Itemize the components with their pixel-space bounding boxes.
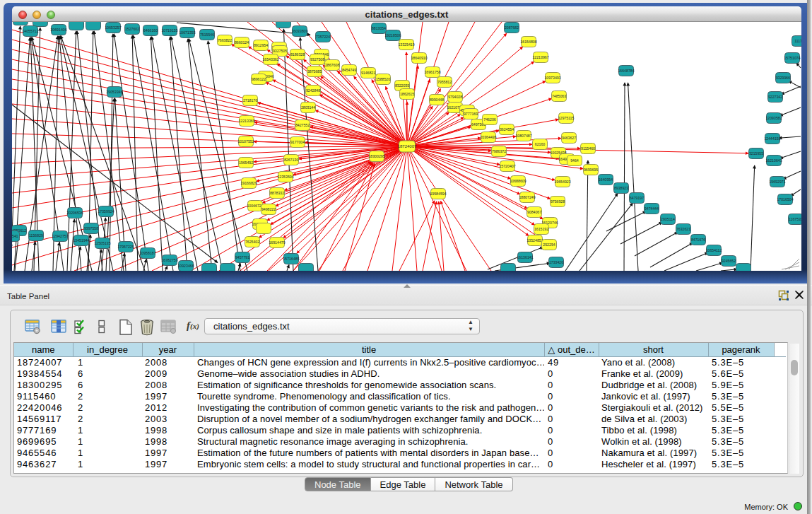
svg-text:10973493: 10973493 bbox=[544, 76, 560, 80]
svg-text:17016504: 17016504 bbox=[777, 197, 793, 201]
svg-text:7955812: 7955812 bbox=[437, 80, 452, 84]
svg-text:12505135: 12505135 bbox=[94, 241, 110, 245]
svg-text:12975115: 12975115 bbox=[558, 116, 575, 120]
svg-text:18724007: 18724007 bbox=[398, 144, 417, 148]
svg-text:9457791: 9457791 bbox=[235, 255, 249, 259]
svg-text:9242848: 9242848 bbox=[306, 88, 320, 93]
svg-text:6479197: 6479197 bbox=[630, 196, 644, 200]
svg-text:12213369: 12213369 bbox=[238, 119, 254, 123]
svg-text:16782759: 16782759 bbox=[161, 258, 177, 262]
svg-text:13524851: 13524851 bbox=[526, 238, 543, 243]
svg-text:7625402: 7625402 bbox=[245, 240, 259, 244]
svg-text:9464: 9464 bbox=[570, 158, 579, 163]
svg-text:16033809: 16033809 bbox=[291, 29, 307, 33]
svg-text:2803144: 2803144 bbox=[301, 105, 315, 110]
svg-text:9227342: 9227342 bbox=[768, 95, 782, 99]
svg-text:14055712: 14055712 bbox=[22, 29, 38, 33]
svg-text:16914479: 16914479 bbox=[269, 240, 285, 245]
svg-text:15751074: 15751074 bbox=[784, 56, 800, 60]
svg-text:2935114: 2935114 bbox=[661, 217, 675, 221]
svg-text:2867608: 2867608 bbox=[325, 63, 339, 67]
svg-text:9084067: 9084067 bbox=[527, 210, 541, 214]
svg-text:16210643: 16210643 bbox=[765, 158, 782, 163]
svg-text:10671355: 10671355 bbox=[179, 30, 195, 35]
svg-text:8471676: 8471676 bbox=[691, 238, 705, 242]
svg-text:19692971: 19692971 bbox=[769, 180, 785, 184]
svg-text:12444158: 12444158 bbox=[764, 136, 780, 141]
svg-text:13325419: 13325419 bbox=[398, 42, 414, 47]
svg-text:16961758: 16961758 bbox=[424, 70, 440, 74]
svg-text:1733426: 1733426 bbox=[549, 260, 563, 264]
svg-text:8912954: 8912954 bbox=[254, 43, 268, 47]
svg-text:12213967: 12213967 bbox=[532, 55, 548, 59]
svg-text:10958187: 10958187 bbox=[139, 251, 155, 255]
svg-text:9794028: 9794028 bbox=[448, 95, 462, 99]
svg-text:252254: 252254 bbox=[543, 243, 555, 247]
svg-text:16136141: 16136141 bbox=[517, 255, 533, 259]
svg-text:7632621: 7632621 bbox=[676, 227, 690, 231]
svg-text:7986372: 7986372 bbox=[492, 149, 506, 153]
svg-text:9756928: 9756928 bbox=[551, 199, 565, 204]
svg-text:12353594: 12353594 bbox=[277, 175, 293, 179]
svg-text:13451944: 13451944 bbox=[73, 238, 89, 243]
svg-text:1640954: 1640954 bbox=[599, 177, 613, 182]
svg-text:3624554: 3624554 bbox=[500, 127, 514, 132]
svg-text:7515546: 7515546 bbox=[200, 33, 214, 37]
svg-text:18640910: 18640910 bbox=[411, 56, 427, 60]
svg-text:16154808: 16154808 bbox=[520, 40, 536, 44]
svg-text:8427552: 8427552 bbox=[295, 123, 310, 127]
svg-text:2087682: 2087682 bbox=[505, 25, 519, 30]
svg-text:20364436: 20364436 bbox=[480, 135, 496, 139]
svg-text:10807487: 10807487 bbox=[515, 134, 531, 138]
svg-text:10654112: 10654112 bbox=[706, 248, 722, 252]
svg-text:8938923: 8938923 bbox=[614, 186, 628, 190]
svg-text:12093582: 12093582 bbox=[765, 116, 782, 120]
svg-text:7485063: 7485063 bbox=[552, 94, 566, 98]
svg-text:9777169: 9777169 bbox=[464, 112, 478, 116]
svg-text:9177004: 9177004 bbox=[290, 140, 305, 144]
svg-text:1167533: 1167533 bbox=[789, 217, 801, 221]
svg-text:9146821: 9146821 bbox=[361, 71, 375, 75]
svg-text:19584594: 19584594 bbox=[430, 192, 446, 196]
svg-text:9327508: 9327508 bbox=[310, 57, 324, 62]
svg-text:9115460: 9115460 bbox=[581, 146, 595, 151]
svg-text:10719155: 10719155 bbox=[161, 28, 177, 33]
svg-text:10923468: 10923468 bbox=[177, 264, 194, 268]
svg-text:17359924: 17359924 bbox=[98, 209, 114, 214]
svg-text:8267130: 8267130 bbox=[284, 158, 298, 162]
svg-text:62160: 62160 bbox=[535, 142, 546, 146]
svg-text:15716485: 15716485 bbox=[283, 257, 299, 261]
svg-text:1527602: 1527602 bbox=[125, 27, 139, 31]
svg-text:9327505: 9327505 bbox=[273, 49, 287, 53]
svg-text:9329966: 9329966 bbox=[776, 76, 790, 80]
svg-text:3875685: 3875685 bbox=[307, 69, 322, 74]
svg-text:16648784: 16648784 bbox=[618, 69, 634, 73]
svg-text:1588520: 1588520 bbox=[376, 77, 390, 81]
svg-text:746206: 746206 bbox=[483, 117, 495, 122]
svg-text:10653257: 10653257 bbox=[105, 25, 121, 30]
svg-text:19218506: 19218506 bbox=[384, 33, 401, 37]
svg-text:7663822: 7663822 bbox=[218, 38, 232, 42]
svg-text:9699695: 9699695 bbox=[584, 168, 598, 172]
svg-text:7357224: 7357224 bbox=[316, 35, 330, 39]
svg-text:9498222: 9498222 bbox=[261, 207, 276, 211]
svg-text:1965492: 1965492 bbox=[239, 160, 253, 165]
svg-text:9474444: 9474444 bbox=[645, 206, 659, 211]
svg-text:1862615: 1862615 bbox=[400, 92, 414, 96]
svg-text:8322035: 8322035 bbox=[395, 83, 409, 88]
svg-text:18807249: 18807249 bbox=[519, 195, 535, 199]
svg-text:12942757: 12942757 bbox=[52, 234, 68, 238]
svg-text:8660124: 8660124 bbox=[235, 40, 249, 45]
svg-text:29053346: 29053346 bbox=[106, 90, 122, 94]
svg-text:9397558: 9397558 bbox=[84, 226, 98, 230]
svg-text:16543362: 16543362 bbox=[262, 57, 278, 62]
svg-text:17957225: 17957225 bbox=[117, 245, 134, 249]
svg-text:9245652: 9245652 bbox=[722, 259, 736, 263]
svg-text:2718176: 2718176 bbox=[243, 98, 257, 103]
svg-text:8990448: 8990448 bbox=[430, 98, 444, 102]
svg-text:10107552: 10107552 bbox=[237, 139, 254, 144]
svg-text:10688609: 10688609 bbox=[510, 179, 526, 183]
svg-text:20206536: 20206536 bbox=[66, 211, 83, 215]
svg-text:391541: 391541 bbox=[12, 234, 18, 238]
svg-text:8186328: 8186328 bbox=[290, 52, 305, 57]
